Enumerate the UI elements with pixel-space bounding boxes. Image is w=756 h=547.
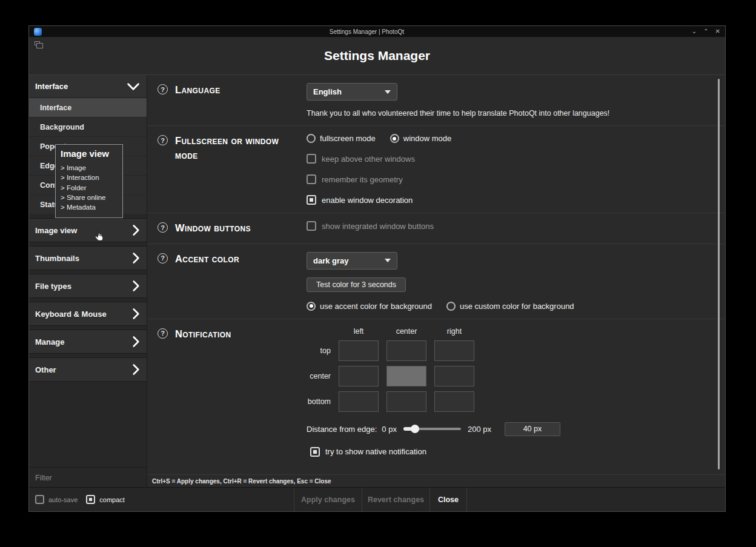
maximize-icon[interactable]: ⌃ bbox=[703, 28, 708, 35]
section-window-buttons: Window buttons show integrated window bu… bbox=[147, 213, 725, 244]
position-cell-bottom-center[interactable] bbox=[386, 391, 426, 412]
help-icon[interactable] bbox=[158, 222, 168, 233]
slider-max-label: 200 px bbox=[468, 425, 491, 434]
tooltip-title: Image view bbox=[61, 148, 118, 159]
sidebar-category-interface[interactable]: Interface bbox=[29, 75, 147, 98]
checkbox-icon bbox=[86, 495, 95, 504]
accent-color-select[interactable]: dark gray bbox=[307, 252, 397, 270]
checkbox-remember-geometry[interactable]: remember its geometry bbox=[307, 174, 705, 184]
section-fullscreen-mode: Fullscreen or window mode fullscreen mod… bbox=[147, 126, 725, 213]
slider-thumb[interactable] bbox=[411, 425, 419, 433]
chevron-right-icon bbox=[133, 336, 139, 347]
sidebar-category-thumbnails[interactable]: Thumbnails bbox=[29, 246, 147, 270]
sidebar-subitem-background[interactable]: Background bbox=[29, 118, 147, 137]
distance-value-box[interactable]: 40 px bbox=[505, 422, 560, 436]
checkbox-auto-save[interactable]: auto-save bbox=[35, 495, 78, 504]
position-cell-top-right[interactable] bbox=[434, 340, 474, 361]
sidebar-subitem-interface[interactable]: Interface bbox=[29, 98, 147, 118]
radio-icon bbox=[446, 302, 456, 311]
popout-icon[interactable] bbox=[35, 41, 40, 45]
radio-icon bbox=[390, 134, 399, 143]
radio-fullscreen-mode[interactable]: fullscreen mode bbox=[307, 134, 376, 143]
section-title: Accent color bbox=[175, 252, 293, 267]
caret-down-icon bbox=[385, 90, 391, 94]
checkbox-icon bbox=[310, 447, 320, 457]
header: Settings Manager bbox=[29, 37, 725, 75]
section-language: Language English Thank you to all who vo… bbox=[147, 75, 725, 126]
help-icon[interactable] bbox=[158, 328, 168, 339]
section-title: Fullscreen or window mode bbox=[175, 134, 293, 163]
section-notification: Notification left center right top bbox=[147, 319, 725, 465]
language-select[interactable]: English bbox=[307, 83, 397, 101]
image-view-tooltip: Image view > Image > Interaction > Folde… bbox=[55, 144, 123, 218]
caret-down-icon bbox=[385, 259, 391, 262]
sidebar-category-other[interactable]: Other bbox=[29, 357, 147, 382]
sidebar-category-keyboard-mouse[interactable]: Keyboard & Mouse bbox=[29, 302, 147, 326]
chevron-right-icon bbox=[133, 253, 139, 264]
radio-icon bbox=[307, 134, 316, 143]
checkbox-compact[interactable]: compact bbox=[86, 495, 125, 504]
checkbox-icon bbox=[307, 221, 316, 231]
checkbox-icon bbox=[307, 174, 316, 184]
help-icon[interactable] bbox=[158, 253, 168, 264]
section-title: Window buttons bbox=[175, 221, 293, 236]
section-accent-color: Accent color dark gray Test color for 3 … bbox=[147, 244, 725, 319]
position-cell-center-left[interactable] bbox=[339, 366, 379, 386]
chevron-right-icon bbox=[133, 364, 139, 375]
apply-changes-button[interactable]: Apply changes bbox=[294, 488, 362, 511]
sidebar-category-manage[interactable]: Manage bbox=[29, 330, 147, 354]
minimize-icon[interactable]: ⌄ bbox=[692, 28, 697, 35]
position-cell-bottom-left[interactable] bbox=[339, 391, 379, 412]
slider-min-label: 0 px bbox=[382, 425, 397, 434]
help-icon[interactable] bbox=[158, 84, 168, 94]
position-cell-top-center[interactable] bbox=[386, 340, 426, 361]
position-cell-bottom-right[interactable] bbox=[434, 391, 474, 412]
mouse-cursor-icon bbox=[94, 230, 104, 244]
language-note: Thank you to all who volunteered their t… bbox=[307, 109, 705, 118]
checkbox-window-decoration[interactable]: enable window decoration bbox=[307, 195, 705, 205]
chevron-down-icon bbox=[127, 83, 139, 90]
close-icon[interactable]: ✕ bbox=[715, 28, 720, 35]
photoqt-logo-icon bbox=[34, 28, 42, 36]
test-color-button[interactable]: Test color for 3 seconds bbox=[307, 277, 406, 292]
filter-input[interactable] bbox=[35, 474, 141, 482]
radio-window-mode[interactable]: window mode bbox=[390, 134, 452, 143]
position-cell-center-right[interactable] bbox=[434, 366, 474, 386]
titlebar: Settings Manager | PhotoQt ⌄ ⌃ ✕ bbox=[29, 26, 725, 37]
main-content: Language English Thank you to all who vo… bbox=[147, 75, 725, 487]
help-icon[interactable] bbox=[158, 135, 168, 145]
section-title: Notification bbox=[175, 327, 293, 342]
radio-custom-background[interactable]: use custom color for background bbox=[446, 302, 574, 311]
window-title: Settings Manager | PhotoQt bbox=[42, 28, 692, 35]
shortcut-hint: Ctrl+S = Apply changes, Ctrl+R = Revert … bbox=[147, 474, 725, 487]
close-button[interactable]: Close bbox=[429, 488, 467, 511]
checkbox-icon bbox=[307, 195, 316, 205]
distance-slider[interactable] bbox=[403, 428, 461, 430]
checkbox-integrated-window-buttons[interactable]: show integrated window buttons bbox=[307, 221, 705, 231]
scrollbar[interactable] bbox=[718, 79, 720, 469]
checkbox-icon bbox=[307, 154, 316, 164]
chevron-right-icon bbox=[133, 308, 139, 319]
checkbox-native-notification[interactable]: try to show native notification bbox=[310, 447, 705, 457]
notification-position-grid: left center right top center bottom bbox=[307, 327, 705, 412]
revert-changes-button[interactable]: Revert changes bbox=[362, 488, 429, 511]
chevron-right-icon bbox=[133, 225, 139, 236]
radio-accent-background[interactable]: use accent color for background bbox=[307, 302, 432, 311]
sidebar: Interface Interface Background Popout Ed… bbox=[29, 75, 147, 487]
radio-icon bbox=[307, 302, 316, 311]
checkbox-icon bbox=[35, 495, 44, 504]
position-cell-top-left[interactable] bbox=[339, 340, 379, 361]
page-title: Settings Manager bbox=[324, 48, 430, 63]
position-cell-center-center[interactable] bbox=[386, 366, 426, 386]
sidebar-category-file-types[interactable]: File types bbox=[29, 274, 147, 298]
distance-label: Distance from edge: bbox=[307, 425, 377, 434]
bottom-bar: auto-save compact Apply changes Revert c… bbox=[29, 487, 725, 511]
checkbox-keep-above[interactable]: keep above other windows bbox=[307, 154, 705, 164]
settings-window: Settings Manager | PhotoQt ⌄ ⌃ ✕ Setting… bbox=[28, 25, 726, 512]
chevron-right-icon bbox=[133, 280, 139, 291]
section-title: Language bbox=[175, 83, 293, 98]
sidebar-category-image-view[interactable]: Image view bbox=[29, 218, 147, 242]
